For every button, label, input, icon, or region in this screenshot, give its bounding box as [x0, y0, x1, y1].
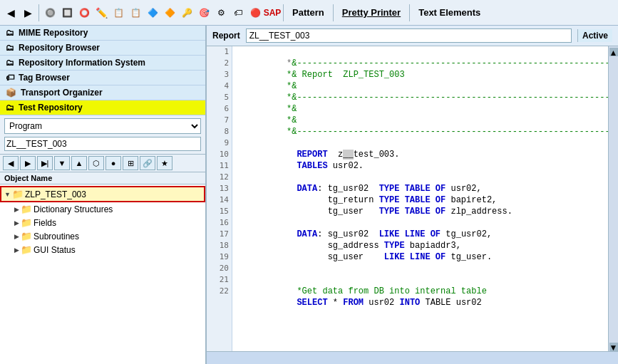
obj-toolbar: ◀ ▶ ▶| ▼ ▲ ⬡ ● ⊞ 🔗 ★: [0, 155, 205, 172]
sidebar-item-mime[interactable]: 🗂 MIME Repository: [0, 26, 205, 41]
icon2[interactable]: 🔲: [59, 5, 75, 21]
report-name-input[interactable]: [246, 28, 572, 43]
tag-icon: 🏷: [6, 73, 14, 83]
obj-btn-hex[interactable]: ⬡: [88, 156, 104, 170]
sidebar-item-transport[interactable]: 📦 Transport Organizer: [0, 85, 205, 100]
icon9[interactable]: 🎯: [196, 5, 212, 21]
back-icon[interactable]: ◀: [3, 5, 19, 21]
repo-info-icon: 🗂: [6, 58, 14, 68]
sidebar-item-label: Tag Browser: [19, 73, 70, 83]
forward-icon[interactable]: ▶: [20, 5, 36, 21]
right-scrollbar[interactable]: ▲ ▼: [608, 46, 618, 351]
mime-icon: 🗂: [6, 28, 14, 38]
line-num-13: 13: [207, 183, 232, 194]
obj-btn-star[interactable]: ★: [157, 156, 172, 170]
sap-icon[interactable]: SAP: [264, 5, 280, 21]
line-num-1: 1: [207, 46, 232, 58]
gui-folder-icon: 📁: [21, 244, 32, 255]
obj-btn-back[interactable]: ◀: [3, 156, 19, 170]
active-badge: Active: [577, 29, 612, 42]
tree-child-label3: Subroutines: [34, 232, 79, 241]
tree-child-fields[interactable]: ▶ 📁 Fields: [0, 216, 205, 229]
object-name-header: Object Name: [0, 172, 205, 184]
tree-area[interactable]: ▼ 📁 ZLP_TEST_003 ▶ 📁 Dictionary Structur…: [0, 184, 205, 364]
tree-child-subs[interactable]: ▶ 📁 Subroutines: [0, 229, 205, 243]
obj-btn-collapse[interactable]: ▲: [71, 156, 87, 170]
line-num-14: 14: [207, 194, 232, 206]
child-arrow: ▶: [14, 206, 19, 213]
line-num-4: 4: [207, 80, 232, 92]
code-content[interactable]: *&--------------------------------------…: [232, 46, 608, 351]
obj-btn-end[interactable]: ▶|: [37, 156, 53, 170]
dict-folder-icon: 📁: [21, 204, 32, 214]
code-area: 1 2 3 4 5 6 7 8 9 10 11 12 13 14 15 16 1…: [207, 46, 618, 351]
icon11[interactable]: 🏷: [230, 5, 246, 21]
line-num-3: 3: [207, 69, 232, 80]
sidebar-item-label: Test Repository: [19, 103, 83, 113]
line-num-17: 17: [207, 229, 232, 240]
fields-folder-icon: 📁: [21, 217, 32, 228]
obj-btn-expand[interactable]: ▼: [54, 156, 70, 170]
sidebar-item-tag-browser[interactable]: 🏷 Tag Browser: [0, 71, 205, 85]
main-layout: 🗂 MIME Repository 🗂 Repository Browser 🗂…: [0, 26, 618, 364]
left-panel: 🗂 MIME Repository 🗂 Repository Browser 🗂…: [0, 26, 207, 364]
text-elements-label[interactable]: Text Elements: [413, 6, 486, 19]
line-num-16: 16: [207, 217, 232, 229]
icon8[interactable]: 🔑: [179, 5, 195, 21]
program-area: Program Class Function Group Include: [0, 115, 205, 155]
tree-child-label2: Fields: [34, 218, 56, 228]
tree-root-item[interactable]: ▼ 📁 ZLP_TEST_003: [0, 186, 205, 202]
line-num-11: 11: [207, 160, 232, 172]
code-line-21: *Get data from DB into internal table: [235, 274, 605, 286]
icon4[interactable]: 📋: [110, 5, 126, 21]
status-bar: [207, 351, 618, 364]
icon5[interactable]: 📋: [128, 5, 143, 21]
obj-btn-fwd[interactable]: ▶: [20, 156, 36, 170]
line-num-18: 18: [207, 240, 232, 251]
tree-child-gui[interactable]: ▶ 📁 GUI Status: [0, 243, 205, 256]
icon12[interactable]: 🔴: [247, 5, 263, 21]
line-num-5: 5: [207, 92, 232, 103]
tree-child-dict[interactable]: ▶ 📁 Dictionary Structures: [0, 202, 205, 216]
line-num-21: 21: [207, 274, 232, 286]
sidebar-item-repo-info[interactable]: 🗂 Repository Information System: [0, 56, 205, 71]
object-name-label: Object Name: [4, 174, 52, 182]
program-select-row: Program Class Function Group Include: [4, 118, 201, 134]
edit-icon[interactable]: ✏️: [93, 5, 109, 21]
tree-root-label: ZLP_TEST_003: [25, 189, 86, 199]
line-num-12: 12: [207, 172, 232, 183]
code-line-16: DATA: sg_usr02 LIKE LINE OF tg_usr02,: [235, 217, 605, 229]
scroll-down[interactable]: ▼: [609, 343, 618, 351]
report-header: Report Active: [207, 26, 618, 46]
repo-browser-icon: 🗂: [6, 43, 14, 53]
icon3[interactable]: ⭕: [76, 5, 92, 21]
sidebar-item-label: Transport Organizer: [21, 88, 103, 98]
scroll-up[interactable]: ▲: [609, 48, 618, 56]
icon10[interactable]: ⚙: [213, 5, 229, 21]
icon6[interactable]: 🔷: [145, 5, 160, 21]
sidebar-item-label: Repository Information System: [19, 58, 145, 68]
child-arrow2: ▶: [14, 219, 19, 227]
code-line-1: *&--------------------------------------…: [235, 46, 605, 58]
line-num-19: 19: [207, 251, 232, 263]
icon7[interactable]: 🔶: [162, 5, 177, 21]
right-panel: Report Active 1 2 3 4 5 6 7 8 9 10 11 12…: [207, 26, 618, 364]
child-arrow4: ▶: [14, 246, 19, 254]
line-numbers: 1 2 3 4 5 6 7 8 9 10 11 12 13 14 15 16 1…: [207, 46, 232, 351]
line-num-20: 20: [207, 263, 232, 274]
obj-btn-link[interactable]: 🔗: [140, 156, 155, 170]
program-name-input[interactable]: [4, 137, 201, 151]
subs-folder-icon: 📁: [21, 231, 32, 241]
obj-btn-grid[interactable]: ⊞: [123, 156, 138, 170]
child-arrow3: ▶: [14, 233, 19, 240]
program-type-select[interactable]: Program Class Function Group Include: [4, 118, 201, 134]
obj-btn-dot[interactable]: ●: [105, 156, 121, 170]
tree-child-label4: GUI Status: [34, 245, 76, 255]
sidebar-item-test-repo[interactable]: 🗂 Test Repository: [0, 100, 205, 115]
line-num-22: 22: [207, 286, 232, 297]
sidebar-item-repo-browser[interactable]: 🗂 Repository Browser: [0, 41, 205, 56]
icon1[interactable]: 🔘: [42, 5, 58, 21]
pretty-printer-label[interactable]: Pretty Printer: [336, 6, 406, 19]
pattern-label[interactable]: Pattern: [287, 6, 330, 19]
line-num-6: 6: [207, 103, 232, 115]
